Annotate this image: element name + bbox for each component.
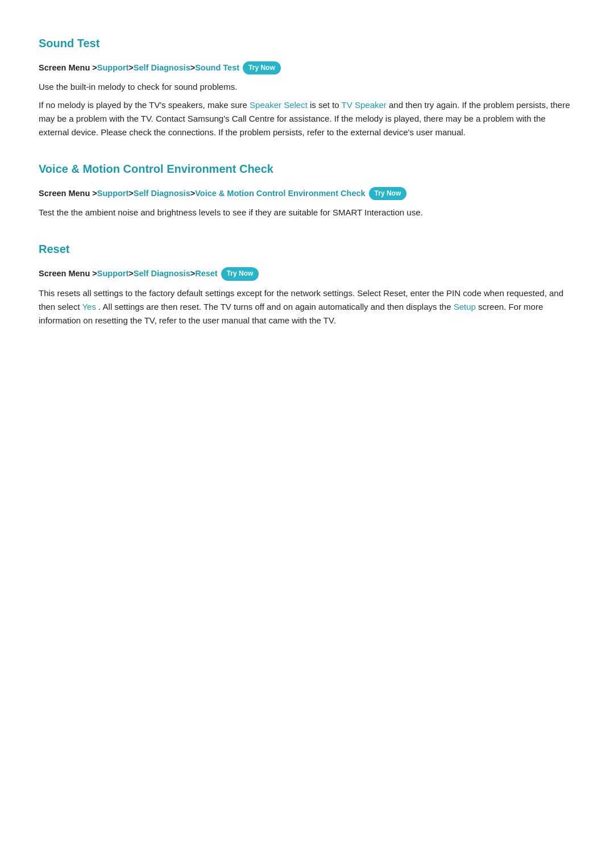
sound-test-breadcrumb: Screen Menu > Support > Self Diagnosis >… — [39, 61, 575, 74]
try-now-badge-sound[interactable]: Try Now — [243, 61, 281, 74]
reset-body-mid: . All settings are then reset. The TV tu… — [98, 302, 454, 312]
reset-body: This resets all settings to the factory … — [39, 286, 575, 327]
sound-body2-mid: is set to — [310, 100, 342, 110]
voice-motion-body: Test the the ambient noise and brightnes… — [39, 206, 575, 219]
voice-motion-title: Voice & Motion Control Environment Check — [39, 160, 575, 178]
sound-body2-pre: If no melody is played by the TV's speak… — [39, 100, 250, 110]
reset-breadcrumb-sep2: > — [190, 267, 195, 280]
reset-breadcrumb: Screen Menu > Support > Self Diagnosis >… — [39, 267, 575, 280]
setup-link[interactable]: Setup — [454, 302, 476, 312]
reset-title: Reset — [39, 240, 575, 258]
breadcrumb-support-1[interactable]: Support — [97, 61, 129, 74]
vm-breadcrumb-self-diag[interactable]: Self Diagnosis — [134, 187, 190, 200]
reset-breadcrumb-self-diag[interactable]: Self Diagnosis — [134, 267, 190, 280]
reset-breadcrumb-sep1: > — [128, 267, 133, 280]
vm-breadcrumb-prefix: Screen Menu > — [39, 187, 97, 200]
reset-breadcrumb-reset[interactable]: Reset — [195, 267, 218, 280]
tv-speaker-link[interactable]: TV Speaker — [342, 100, 387, 110]
try-now-badge-reset[interactable]: Try Now — [221, 267, 259, 280]
sound-test-body1: Use the built-in melody to check for sou… — [39, 80, 575, 94]
speaker-select-link[interactable]: Speaker Select — [250, 100, 308, 110]
breadcrumb-self-diag-1[interactable]: Self Diagnosis — [134, 61, 190, 74]
voice-motion-breadcrumb: Screen Menu > Support > Self Diagnosis >… — [39, 187, 575, 200]
yes-link[interactable]: Yes — [82, 302, 96, 312]
reset-breadcrumb-prefix: Screen Menu > — [39, 267, 97, 280]
vm-breadcrumb-voice[interactable]: Voice & Motion Control Environment Check — [195, 187, 365, 200]
vm-breadcrumb-support[interactable]: Support — [97, 187, 129, 200]
breadcrumb-sound-test[interactable]: Sound Test — [195, 61, 239, 74]
vm-breadcrumb-sep2: > — [190, 187, 195, 200]
vm-breadcrumb-sep1: > — [128, 187, 133, 200]
reset-breadcrumb-support[interactable]: Support — [97, 267, 129, 280]
try-now-badge-voice[interactable]: Try Now — [369, 187, 407, 200]
sound-test-title: Sound Test — [39, 34, 575, 52]
sound-test-section: Sound Test Screen Menu > Support > Self … — [39, 34, 575, 139]
breadcrumb-sep-2: > — [190, 61, 195, 74]
breadcrumb-prefix: Screen Menu > — [39, 61, 97, 74]
breadcrumb-sep-1: > — [128, 61, 133, 74]
sound-test-body2: If no melody is played by the TV's speak… — [39, 98, 575, 139]
voice-motion-section: Voice & Motion Control Environment Check… — [39, 160, 575, 219]
reset-section: Reset Screen Menu > Support > Self Diagn… — [39, 240, 575, 327]
